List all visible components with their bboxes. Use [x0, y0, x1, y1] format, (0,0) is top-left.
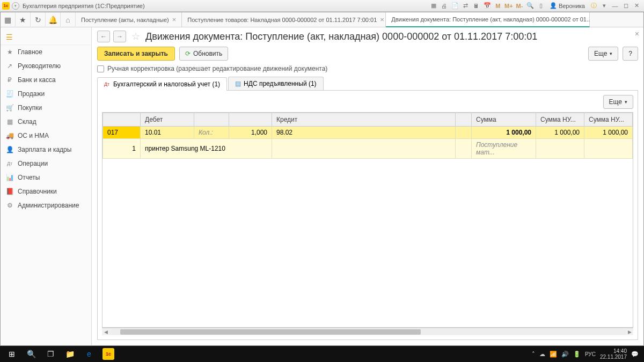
tab-close-icon[interactable]: ×	[380, 16, 384, 24]
book-icon: 📕	[6, 188, 13, 195]
person-icon: 👤	[6, 146, 13, 153]
tray-clock[interactable]: 14:40 22.11.2017	[600, 348, 627, 360]
panel-icon[interactable]: ▯	[537, 2, 545, 10]
manual-edit-checkbox[interactable]	[97, 65, 104, 72]
nav-forward-button[interactable]: →	[113, 31, 126, 42]
tab-close-icon[interactable]: ×	[172, 16, 177, 24]
tray-chevron-icon[interactable]: ˄	[532, 351, 535, 358]
favorite-star-icon[interactable]: ☆	[131, 31, 140, 42]
col-blank[interactable]	[456, 113, 472, 127]
tab-receipts[interactable]: Поступление (акты, накладные)×	[76, 12, 182, 27]
sidebar-item-admin[interactable]: ⚙Администрирование	[1, 198, 91, 212]
register-icon: ▤	[235, 80, 241, 87]
app-menu-dropdown[interactable]: ▾	[12, 2, 19, 10]
apps-grid-icon[interactable]: ▦	[1, 12, 16, 27]
tab-goods-receipt[interactable]: Поступление товаров: Накладная 0000-0000…	[182, 12, 386, 27]
user-label[interactable]: 👤Вероника	[550, 2, 585, 9]
help-button[interactable]: ?	[623, 47, 638, 61]
window-title: Бухгалтерия предприятия (1С:Предприятие)	[23, 3, 145, 9]
tray-volume-icon[interactable]: 🔊	[561, 351, 569, 358]
zoom-icon[interactable]: 🔍	[526, 2, 535, 10]
tray-notifications-icon[interactable]: 💬	[631, 351, 639, 358]
col-sum[interactable]: Сумма	[472, 113, 536, 127]
doc-icon[interactable]: 📄	[451, 2, 459, 10]
info-icon[interactable]: ⓘ	[589, 2, 598, 10]
horizontal-scrollbar[interactable]: ◀ ▶	[102, 328, 633, 335]
col-debit[interactable]: Дебет	[141, 113, 194, 127]
system-tray[interactable]: ˄ ☁ 📶 🔊 🔋 РУС 14:40 22.11.2017 💬	[532, 348, 642, 360]
memory-m-icon[interactable]: M	[494, 2, 502, 10]
posting-detail-row[interactable]: 1 принтер Samsung ML-1210 Поступление ма…	[103, 139, 633, 159]
tray-language[interactable]: РУС	[585, 351, 596, 357]
manual-edit-label: Ручная корректировка (разрешает редактир…	[107, 65, 327, 72]
task-view-icon[interactable]: ❐	[41, 346, 60, 362]
search-icon[interactable]: 🔍	[21, 346, 41, 362]
titlebar-icon[interactable]: ▦	[429, 2, 438, 10]
sidebar-item-references[interactable]: 📕Справочники	[1, 184, 91, 198]
home-icon[interactable]: ⌂	[61, 12, 76, 27]
taskbar-1c-icon[interactable]: 1c	[99, 346, 118, 362]
cart-icon: 🛒	[6, 104, 13, 112]
dt-kt-icon: Дт	[104, 82, 111, 87]
sidebar-item-manager[interactable]: ↗Руководителю	[1, 59, 91, 73]
col-qty[interactable]	[229, 113, 272, 127]
start-button[interactable]: ⊞	[2, 346, 21, 362]
dt-kt-icon: Дт	[6, 161, 13, 166]
sidebar-item-sales[interactable]: 🧾Продажи	[1, 87, 91, 101]
col-credit[interactable]: Кредит	[272, 113, 456, 127]
main-toolbar: ▦ ★ ↻ 🔔 ⌂ Поступление (акты, накладные)×…	[1, 12, 643, 27]
col-date[interactable]	[103, 113, 141, 127]
favorites-star-icon[interactable]: ★	[16, 12, 31, 27]
nav-back-button[interactable]: ←	[97, 31, 110, 42]
sidebar-item-payroll[interactable]: 👤Зарплата и кадры	[1, 143, 91, 157]
scroll-right-icon[interactable]: ▶	[626, 328, 633, 336]
boxes-icon: ▦	[6, 118, 13, 125]
print-icon[interactable]: 🖨	[440, 2, 449, 10]
chevron-down-icon: ▾	[610, 51, 612, 56]
document-tabs: Поступление (акты, накладные)× Поступлен…	[76, 12, 643, 27]
sidebar-item-bank[interactable]: ₽Банк и касса	[1, 73, 91, 87]
memory-mplus-icon[interactable]: M+	[504, 2, 513, 10]
window-titlebar: 1c ▾ Бухгалтерия предприятия (1С:Предпри…	[0, 0, 644, 12]
sidebar-item-assets[interactable]: 🚚ОС и НМА	[1, 129, 91, 143]
calc-icon[interactable]: 🖩	[472, 2, 481, 10]
tab-doc-movements[interactable]: Движения документа: Поступление (акт, на…	[386, 12, 590, 27]
calendar-icon[interactable]: 📅	[483, 2, 492, 10]
memory-mminus-icon[interactable]: M-	[515, 2, 524, 10]
grid-more-button[interactable]: Еще▾	[603, 95, 633, 109]
posting-row[interactable]: 017 10.01 Кол.: 1,000 98.02 1 000,00 1 0…	[103, 127, 633, 139]
dropdown-icon[interactable]: ▾	[600, 2, 609, 10]
tray-wifi-icon[interactable]: 📶	[550, 351, 557, 358]
col-sumnu1[interactable]: Сумма НУ...	[536, 113, 584, 127]
tab-vat[interactable]: ▤НДС предъявленный (1)	[228, 77, 323, 90]
save-close-button[interactable]: Записать и закрыть	[97, 47, 175, 61]
sidebar-item-reports[interactable]: 📊Отчеты	[1, 171, 91, 184]
explorer-icon[interactable]: 📁	[60, 346, 79, 362]
sidebar-item-main[interactable]: ★Главное	[1, 45, 91, 59]
close-window-icon[interactable]: ✕	[632, 2, 641, 10]
tab-accounting[interactable]: ДтБухгалтерский и налоговый учет (1)	[97, 77, 227, 91]
tray-battery-icon[interactable]: 🔋	[573, 351, 581, 358]
tray-cloud-icon[interactable]: ☁	[539, 351, 545, 358]
content-close-icon[interactable]: ×	[635, 29, 639, 38]
document-title: Движения документа: Поступление (акт, на…	[145, 31, 537, 42]
chart-up-icon: ↗	[6, 62, 13, 70]
scroll-thumb[interactable]	[120, 329, 421, 335]
notifications-bell-icon[interactable]: 🔔	[46, 12, 61, 27]
document-content: × ← → ☆ Движения документа: Поступление …	[92, 27, 643, 345]
edge-icon[interactable]: e	[79, 346, 99, 362]
sidebar-item-purchases[interactable]: 🛒Покупки	[1, 101, 91, 115]
maximize-icon[interactable]: ◻	[621, 2, 630, 10]
sidebar-item-operations[interactable]: ДтОперации	[1, 157, 91, 171]
more-button[interactable]: Еще▾	[588, 47, 618, 61]
minimize-icon[interactable]: —	[611, 2, 619, 10]
sidebar-item-warehouse[interactable]: ▦Склад	[1, 115, 91, 129]
postings-grid[interactable]: Дебет Кредит Сумма Сумма НУ... Сумма НУ.…	[102, 112, 633, 328]
col-qty-label[interactable]	[194, 113, 229, 127]
burger-menu-icon[interactable]: ☰	[6, 33, 13, 41]
refresh-button[interactable]: ⟳Обновить	[179, 47, 228, 61]
compare-icon[interactable]: ⇄	[462, 2, 470, 10]
col-sumnu2[interactable]: Сумма НУ...	[584, 113, 633, 127]
history-icon[interactable]: ↻	[31, 12, 46, 27]
scroll-left-icon[interactable]: ◀	[102, 328, 109, 336]
